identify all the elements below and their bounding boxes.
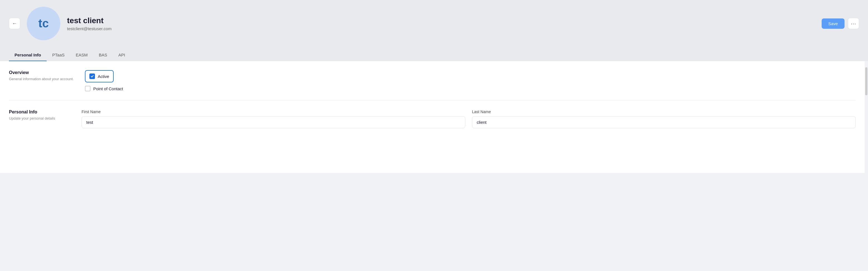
page-wrapper: ← tc test client testclient@testuser.com… — [0, 0, 868, 271]
personal-info-section: Personal Info Update your personal detai… — [9, 110, 856, 128]
save-button[interactable]: Save — [822, 19, 844, 29]
point-of-contact-checkbox-unchecked-icon — [85, 86, 91, 91]
point-of-contact-checkbox-row[interactable]: Point of Contact — [85, 86, 123, 91]
avatar: tc — [27, 7, 60, 40]
header-section: ← tc test client testclient@testuser.com… — [0, 0, 868, 61]
tab-ptaas[interactable]: PTaaS — [46, 49, 70, 61]
back-button[interactable]: ← — [9, 18, 20, 29]
tab-personal-info[interactable]: Personal Info — [9, 49, 46, 61]
last-name-input[interactable] — [472, 116, 856, 128]
header-left: ← tc test client testclient@testuser.com — [9, 7, 112, 40]
first-name-input[interactable] — [82, 116, 465, 128]
overview-title: Overview — [9, 70, 74, 75]
point-of-contact-label: Point of Contact — [93, 86, 123, 91]
active-checkbox-checked-icon — [89, 73, 95, 79]
user-name: test client — [67, 16, 112, 25]
scroll-area: Overview General information about your … — [0, 61, 865, 173]
scrollbar-thumb[interactable] — [865, 67, 867, 95]
first-name-group: First Name — [82, 110, 465, 128]
tab-bas[interactable]: BAS — [93, 49, 113, 61]
tab-api[interactable]: API — [113, 49, 131, 61]
last-name-label: Last Name — [472, 110, 856, 114]
tab-easm[interactable]: EASM — [70, 49, 93, 61]
first-name-label: First Name — [82, 110, 465, 114]
scrollbar-track — [865, 61, 868, 173]
active-label: Active — [98, 74, 109, 79]
personal-info-label: Personal Info Update your personal detai… — [9, 110, 70, 120]
overview-fields: Active Point of Contact — [85, 70, 856, 91]
user-info: test client testclient@testuser.com — [67, 16, 112, 31]
header-actions: Save ··· — [822, 18, 859, 29]
overview-label: Overview General information about your … — [9, 70, 74, 81]
tabs-bar: Personal Info PTaaS EASM BAS API — [9, 49, 859, 61]
last-name-group: Last Name — [472, 110, 856, 128]
personal-info-description: Update your personal details — [9, 116, 70, 120]
content-wrapper: Overview General information about your … — [0, 61, 868, 173]
overview-section: Overview General information about your … — [9, 70, 856, 91]
header-top: ← tc test client testclient@testuser.com… — [9, 7, 859, 47]
personal-info-fields: First Name Last Name — [82, 110, 856, 128]
main-content: Overview General information about your … — [0, 61, 865, 173]
active-checkbox-row[interactable]: Active — [85, 70, 114, 83]
user-email: testclient@testuser.com — [67, 26, 112, 31]
overview-description: General information about your account. — [9, 77, 74, 81]
personal-info-title: Personal Info — [9, 110, 70, 115]
more-options-button[interactable]: ··· — [848, 18, 859, 29]
